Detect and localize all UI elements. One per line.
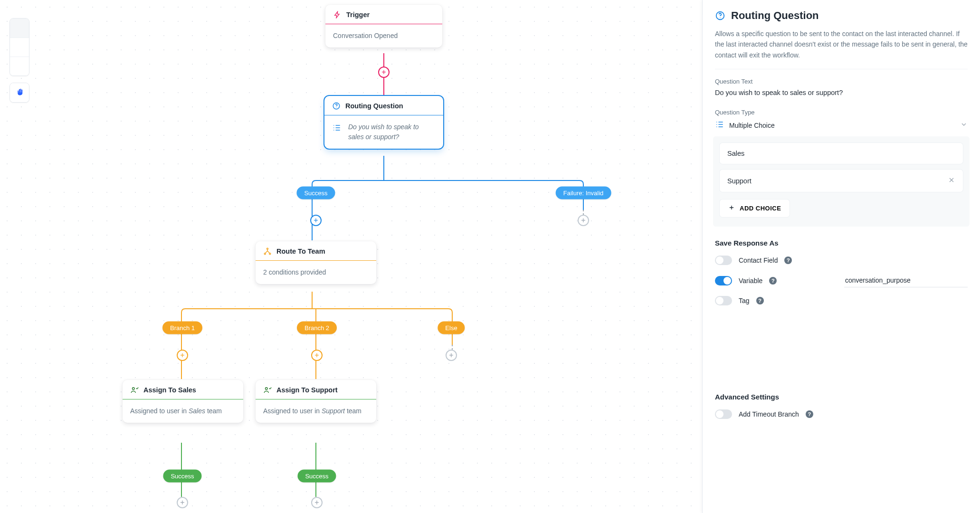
svg-point-15 xyxy=(716,126,717,127)
user-assign-icon xyxy=(130,386,139,394)
remove-choice-button[interactable] xyxy=(948,176,955,185)
list-icon xyxy=(715,120,724,131)
panel-description: Allows a specific question to be sent to… xyxy=(715,28,968,69)
edge-label-success: Success xyxy=(163,470,201,483)
edge-label-success: Success xyxy=(297,470,336,483)
edge-label-failure-invalid: Failure: Invalid xyxy=(556,187,611,200)
question-text-label: Question Text xyxy=(715,78,968,85)
variable-toggle[interactable] xyxy=(715,276,732,285)
save-as-tag-row: Tag ? xyxy=(715,296,968,305)
node-trigger[interactable]: Trigger Conversation Opened xyxy=(325,5,442,48)
question-type-label: Question Type xyxy=(715,109,968,116)
chevron-down-icon xyxy=(960,121,968,130)
advanced-settings-heading: Advanced Settings xyxy=(715,393,968,401)
toggle-label: Variable xyxy=(739,277,762,285)
node-body: Do you wish to speak to sales or support… xyxy=(348,122,436,142)
save-as-variable-row: Variable ? xyxy=(715,274,968,287)
node-body: Assigned to user in Sales team xyxy=(123,399,243,423)
plus-icon xyxy=(728,204,735,212)
node-title: Assign To Sales xyxy=(143,386,196,394)
question-type-select[interactable]: Multiple Choice xyxy=(715,120,968,131)
node-route-to-team[interactable]: Route To Team 2 conditions provided xyxy=(256,241,376,284)
choice-item[interactable]: Sales xyxy=(720,143,963,164)
user-assign-icon xyxy=(263,386,272,394)
svg-point-10 xyxy=(266,388,268,390)
hand-icon xyxy=(15,87,24,98)
contact-field-toggle[interactable] xyxy=(715,256,732,265)
svg-point-2 xyxy=(336,107,336,108)
timeout-branch-toggle[interactable] xyxy=(715,409,732,419)
node-assign-to-support[interactable]: Assign To Support Assigned to user in Su… xyxy=(256,380,376,423)
add-timeout-branch-row: Add Timeout Branch ? xyxy=(715,409,968,419)
add-step-button[interactable] xyxy=(177,497,188,508)
help-icon[interactable]: ? xyxy=(756,297,764,304)
add-choice-button[interactable]: ADD CHOICE xyxy=(720,200,790,217)
node-body: Conversation Opened xyxy=(325,24,442,48)
help-icon[interactable]: ? xyxy=(769,277,777,285)
choice-label: Sales xyxy=(727,150,744,157)
svg-point-8 xyxy=(269,253,271,255)
toggle-label: Tag xyxy=(739,297,750,304)
svg-point-3 xyxy=(333,125,334,126)
tag-toggle[interactable] xyxy=(715,296,732,305)
node-assign-to-sales[interactable]: Assign To Sales Assigned to user in Sale… xyxy=(123,380,243,423)
center-view-button[interactable] xyxy=(10,57,29,76)
zoom-in-button[interactable] xyxy=(10,19,29,38)
svg-point-7 xyxy=(264,253,266,255)
svg-point-5 xyxy=(333,130,334,131)
choice-item[interactable]: Support xyxy=(720,170,963,192)
zoom-out-button[interactable] xyxy=(10,38,29,57)
svg-point-12 xyxy=(720,18,720,18)
edge-label-else: Else xyxy=(438,322,465,334)
toggle-label: Contact Field xyxy=(739,256,778,264)
save-as-contact-field-row: Contact Field ? xyxy=(715,256,968,265)
help-icon[interactable]: ? xyxy=(806,410,813,418)
node-body: 2 conditions provided xyxy=(256,261,376,284)
svg-point-14 xyxy=(716,124,717,125)
question-icon xyxy=(715,10,725,21)
pan-tool-button[interactable] xyxy=(10,83,29,102)
collapse-panel-button[interactable] xyxy=(702,0,703,16)
choice-label: Support xyxy=(727,177,752,185)
node-body: Assigned to user in Support team xyxy=(256,399,376,423)
toggle-label: Add Timeout Branch xyxy=(739,410,799,418)
node-routing-question[interactable]: Routing Question Do you wish to speak to… xyxy=(324,96,443,149)
question-icon xyxy=(332,102,341,110)
add-step-button[interactable] xyxy=(311,497,323,508)
list-icon xyxy=(332,123,343,135)
svg-point-4 xyxy=(333,127,334,128)
add-step-button[interactable] xyxy=(310,215,322,226)
node-title: Assign To Support xyxy=(276,386,338,394)
lightning-icon xyxy=(333,10,342,19)
add-step-button[interactable] xyxy=(378,66,390,78)
route-icon xyxy=(263,247,272,256)
add-step-button[interactable] xyxy=(578,215,589,226)
help-icon[interactable]: ? xyxy=(784,256,792,264)
question-type-value: Multiple Choice xyxy=(729,122,775,129)
edge-label-branch-1: Branch 1 xyxy=(162,322,202,334)
svg-point-13 xyxy=(716,122,717,123)
workflow-canvas[interactable]: Trigger Conversation Opened Routing Ques… xyxy=(0,0,702,513)
node-title: Trigger xyxy=(346,11,370,19)
add-step-button[interactable] xyxy=(311,350,323,361)
add-step-button[interactable] xyxy=(177,350,188,361)
question-text-value[interactable]: Do you wish to speak to sales or support… xyxy=(715,89,968,96)
edge-label-branch-2: Branch 2 xyxy=(297,322,337,334)
edge-label-success: Success xyxy=(296,187,335,200)
choices-list: Sales Support ADD CHOICE xyxy=(713,136,970,227)
node-title: Route To Team xyxy=(276,247,325,255)
inspector-panel: Routing Question Allows a specific quest… xyxy=(702,0,980,513)
save-response-heading: Save Response As xyxy=(715,239,968,247)
svg-point-6 xyxy=(267,248,268,249)
node-title: Routing Question xyxy=(345,102,403,110)
add-step-button[interactable] xyxy=(446,350,457,361)
variable-name-input[interactable] xyxy=(844,274,968,287)
svg-point-9 xyxy=(133,388,135,390)
panel-title: Routing Question xyxy=(715,10,968,22)
canvas-toolbar xyxy=(10,18,29,109)
